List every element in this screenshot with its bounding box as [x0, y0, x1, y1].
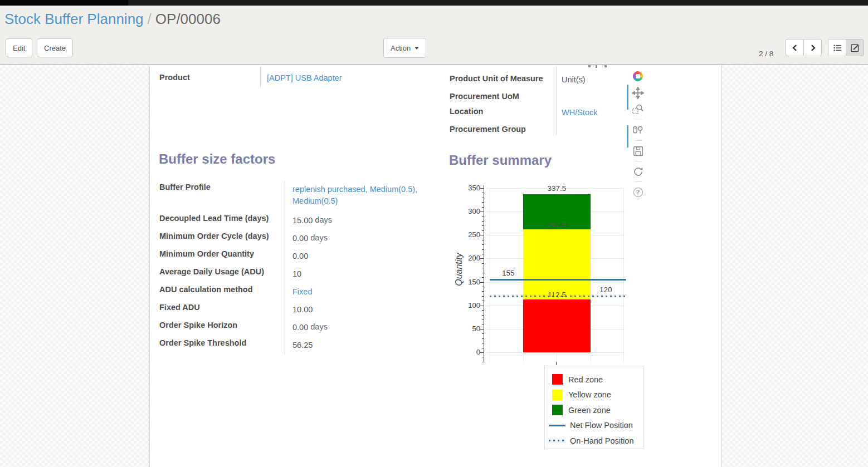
form-view-icon: [851, 43, 860, 52]
breadcrumb-separator: /: [144, 11, 155, 27]
legend-swatch-icon: [552, 374, 563, 385]
modebar-separator: [635, 120, 642, 120]
plotly-logo-icon[interactable]: [630, 68, 646, 85]
product-value-link[interactable]: [ADPT] USB Adapter: [267, 73, 342, 82]
y-minor-tick: [482, 357, 484, 357]
y-minor-tick: [482, 230, 484, 231]
legend-line-icon: [549, 425, 565, 426]
legend-item-yellow-zone[interactable]: Yellow zone: [552, 387, 643, 403]
net-flow-position-line: [490, 279, 626, 281]
x-major-tick: [556, 362, 557, 365]
help-icon[interactable]: ?: [630, 184, 646, 200]
compare-hover-icon[interactable]: [630, 122, 646, 139]
order-spike-threshold-label: Order Spike Threshold: [159, 337, 285, 355]
y-tick-label: 150: [457, 278, 480, 286]
min-order-cycle-value: 0.00: [292, 234, 308, 243]
edit-button[interactable]: Edit: [6, 38, 32, 57]
modebar-separator: [635, 161, 642, 161]
legend-label: Green zone: [568, 406, 611, 415]
modebar-separator: [635, 140, 642, 141]
y-major-tick: [480, 188, 484, 189]
breadcrumb-current: OP/00006: [155, 11, 221, 27]
top-navbar-active-item: [0, 0, 128, 6]
y-minor-tick: [482, 291, 484, 292]
legend-label: Net Flow Position: [570, 421, 633, 430]
adu-label: Average Daily Usage (ADU): [159, 266, 285, 283]
breadcrumb-parent-link[interactable]: Stock Buffer Planning: [4, 11, 144, 27]
location-value-link[interactable]: WH/Stock: [562, 108, 597, 117]
legend-item-on-hand-position[interactable]: On-Hand Position: [552, 433, 643, 449]
y-minor-tick: [482, 319, 484, 320]
unit-suffix: days: [315, 215, 332, 224]
action-dropdown-button[interactable]: Action: [383, 38, 426, 58]
field-row: Minimum Order Quantity 0.00: [159, 248, 431, 266]
modebar-separator: [635, 181, 642, 182]
y-minor-tick: [482, 343, 484, 343]
y-minor-tick: [482, 338, 484, 339]
y-minor-tick: [482, 348, 484, 348]
form-view-button[interactable]: [846, 39, 864, 56]
legend-item-net-flow-position[interactable]: Net Flow Position: [552, 418, 643, 434]
y-minor-tick: [482, 268, 484, 268]
field-row: Order Spike Horizon 0.00 days: [159, 319, 431, 337]
yellow-zone-bar[interactable]: [523, 229, 591, 299]
y-major-tick: [480, 306, 484, 306]
legend-item-green-zone[interactable]: Green zone: [552, 402, 643, 418]
y-minor-tick: [482, 217, 484, 217]
pager-previous-button[interactable]: [786, 39, 804, 56]
y-minor-tick: [482, 315, 484, 316]
buffer-summary-chart[interactable]: Quantity 050100150200250300350155120337.…: [449, 181, 650, 370]
y-tick-label: 100: [457, 301, 480, 309]
legend-item-red-zone[interactable]: Red zone: [552, 372, 643, 387]
y-tick-label: 0: [457, 348, 480, 356]
field-separator: [556, 66, 557, 135]
modebar-accent-bar: [627, 85, 628, 110]
gridline-v: [591, 188, 591, 362]
order-spike-horizon-value: 0.00: [292, 323, 308, 332]
control-panel: Stock Buffer Planning/OP/00006 Edit Crea…: [0, 6, 868, 65]
y-major-tick: [480, 352, 484, 353]
gridline-v: [623, 188, 624, 362]
gridline-h: [484, 352, 625, 353]
red-zone-bar[interactable]: [523, 299, 591, 352]
y-minor-tick: [482, 207, 484, 208]
list-view-button[interactable]: [828, 39, 846, 56]
create-button[interactable]: Create: [37, 38, 73, 57]
y-axis-line: [484, 185, 484, 362]
field-row: Minimum Order Cycle (days) 0.00 days: [159, 230, 431, 248]
net-flow-position-label: 155: [502, 269, 515, 277]
y-minor-tick: [482, 202, 484, 203]
buffer-profile-value-link[interactable]: replenish purchased, Medium(0.5), Medium…: [292, 185, 417, 205]
y-minor-tick: [482, 296, 484, 297]
fixed-adu-label: Fixed ADU: [159, 301, 285, 319]
adu-method-label: ADU calculation method: [159, 283, 285, 301]
unit-suffix: days: [310, 233, 328, 242]
y-minor-tick: [482, 362, 484, 362]
breadcrumb: Stock Buffer Planning/OP/00006: [4, 11, 221, 28]
y-minor-tick: [482, 287, 484, 287]
field-row: ADU calculation method Fixed: [159, 283, 431, 301]
y-tick-label: 350: [457, 184, 480, 192]
location-label: Location: [450, 107, 483, 116]
gridline-v: [490, 188, 490, 362]
decoupled-lead-time-label: Decoupled Lead Time (days): [159, 212, 285, 230]
y-major-tick: [480, 282, 484, 283]
form-sheet: Product [ADPT] USB Adapter Product Unit …: [149, 65, 722, 467]
legend-swatch-icon: [552, 390, 563, 400]
pager-next-button[interactable]: [803, 39, 822, 56]
y-tick-label: 50: [457, 325, 480, 333]
legend-label: On-Hand Position: [570, 436, 633, 445]
legend-label: Red zone: [568, 375, 603, 384]
adu-method-value-link[interactable]: Fixed: [292, 287, 312, 296]
y-minor-tick: [482, 225, 484, 226]
decoupled-lead-time-value: 15.00: [292, 216, 313, 225]
chart-modebar: ?: [630, 68, 647, 200]
buffer-profile-label: Buffer Profile: [159, 181, 285, 212]
chevron-left-icon: [791, 43, 799, 52]
reset-axes-icon[interactable]: [630, 163, 646, 180]
pan-icon[interactable]: [630, 85, 646, 101]
box-zoom-icon[interactable]: [630, 101, 646, 118]
y-minor-tick: [482, 273, 484, 273]
save-icon[interactable]: [630, 142, 646, 159]
unit-suffix: days: [310, 322, 328, 331]
